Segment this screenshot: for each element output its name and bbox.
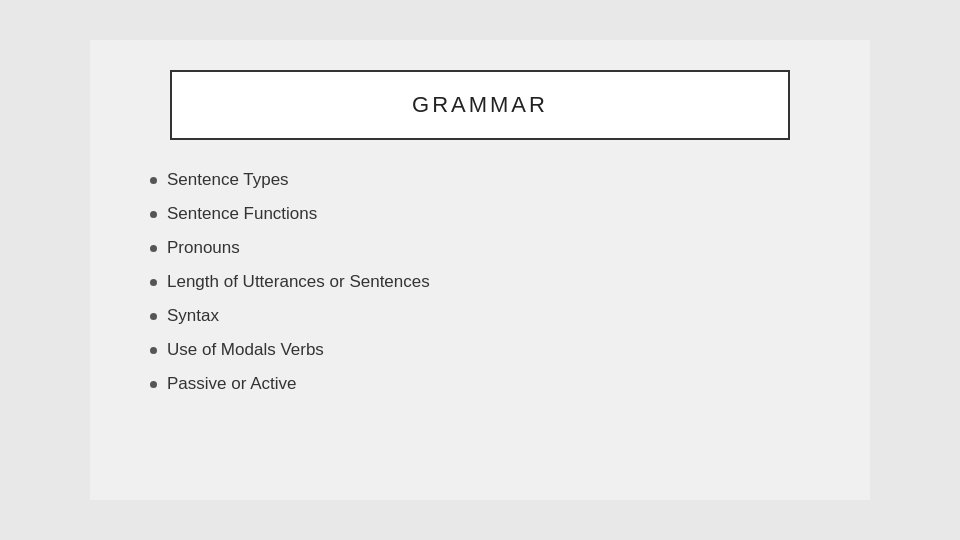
list-item-text: Syntax (167, 306, 219, 326)
list-item: Syntax (150, 306, 870, 326)
bullet-dot-icon (150, 177, 157, 184)
bullet-dot-icon (150, 279, 157, 286)
list-item-text: Use of Modals Verbs (167, 340, 324, 360)
list-item-text: Passive or Active (167, 374, 296, 394)
title-box: GRAMMAR (170, 70, 790, 140)
list-item: Sentence Types (150, 170, 870, 190)
bullet-list: Sentence TypesSentence FunctionsPronouns… (90, 170, 870, 408)
list-item: Pronouns (150, 238, 870, 258)
bullet-dot-icon (150, 347, 157, 354)
slide-container: GRAMMAR Sentence TypesSentence Functions… (90, 40, 870, 500)
list-item-text: Pronouns (167, 238, 240, 258)
bullet-dot-icon (150, 211, 157, 218)
list-item: Length of Utterances or Sentences (150, 272, 870, 292)
slide-title: GRAMMAR (412, 92, 548, 118)
list-item-text: Sentence Functions (167, 204, 317, 224)
list-item-text: Sentence Types (167, 170, 289, 190)
bullet-dot-icon (150, 245, 157, 252)
bullet-dot-icon (150, 381, 157, 388)
bullet-dot-icon (150, 313, 157, 320)
list-item: Use of Modals Verbs (150, 340, 870, 360)
list-item: Sentence Functions (150, 204, 870, 224)
list-item: Passive or Active (150, 374, 870, 394)
list-item-text: Length of Utterances or Sentences (167, 272, 430, 292)
